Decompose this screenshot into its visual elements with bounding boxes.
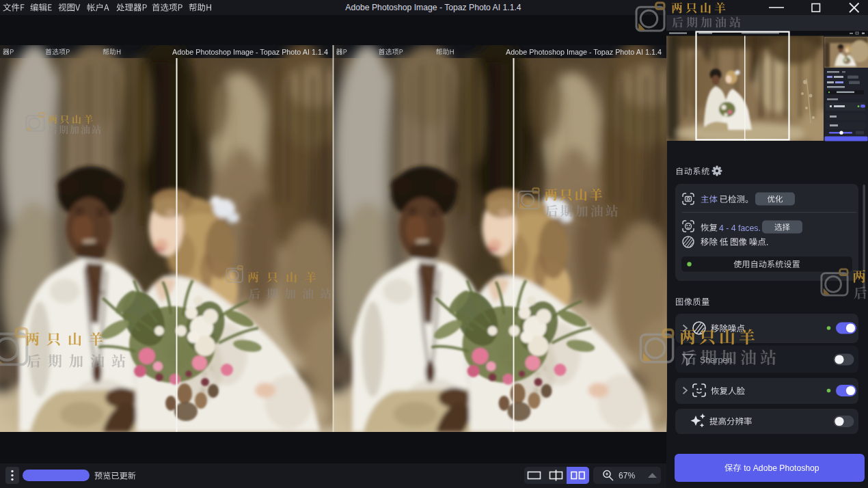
svg-text:Adobe Photoshop Image - Topaz: Adobe Photoshop Image - Topaz Photo AI 1… xyxy=(506,48,662,56)
svg-text:Adobe Photoshop Image - Topaz: Adobe Photoshop Image - Topaz Photo AI 1… xyxy=(172,48,328,56)
svg-text:4 - 4 faces.: 4 - 4 faces. xyxy=(719,223,761,233)
svg-text:to Adobe Photoshop: to Adobe Photoshop xyxy=(742,463,819,473)
svg-text:67%: 67% xyxy=(619,471,636,480)
svg-text:Adobe Photoshop Image - Topaz: Adobe Photoshop Image - Topaz Photo AI 1… xyxy=(345,3,521,12)
